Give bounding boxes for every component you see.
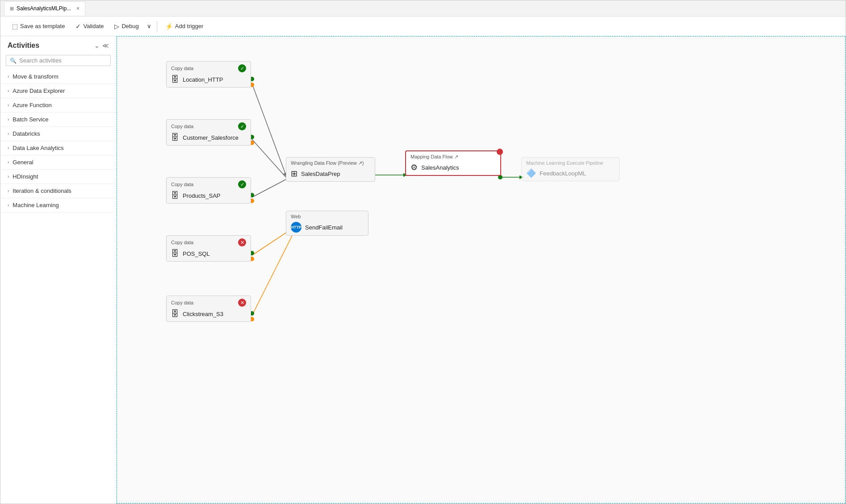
node-label-wrangling: SalesDataPrep	[301, 171, 340, 177]
dataflow-icon-mapping: ⚙	[410, 162, 418, 172]
node-sales-data-prep[interactable]: Wrangling Data Flow (Preview ↗) ⊞ SalesD…	[286, 157, 375, 182]
node-clickstream-s3[interactable]: Copy data ✕ 🗄 Clickstream_S3	[166, 296, 251, 322]
node-label-mapping: SalesAnalytics	[421, 164, 459, 171]
status-success-copy2: ✓	[238, 122, 246, 130]
main-content: Activities ⌄ ≪ 🔍 › Move & transform ›	[0, 36, 846, 504]
node-header-copy5: Copy data ✕	[171, 299, 246, 307]
connectors-svg	[117, 37, 845, 503]
trigger-icon: ⚡	[165, 23, 173, 30]
activity-group-iteration-conditionals[interactable]: › Iteration & conditionals	[0, 184, 116, 198]
group-label-hdinsight: HDInsight	[13, 173, 38, 180]
node-type-copy4: Copy data	[171, 240, 193, 245]
node-customer-salesforce[interactable]: Copy data ✓ 🗄 Customer_Salesforce	[166, 119, 251, 146]
chevron-right-icon: ›	[8, 88, 9, 93]
node-body-copy4: 🗄 POS_SQL	[171, 249, 246, 258]
node-location-http[interactable]: Copy data ✓ 🗄 Location_HTTP	[166, 61, 251, 87]
activity-group-machine-learning[interactable]: › Machine Learning	[0, 198, 116, 212]
svg-line-4	[252, 229, 296, 316]
chevron-right-icon: ›	[8, 174, 9, 179]
node-body-copy3: 🗄 Products_SAP	[171, 191, 246, 200]
node-pos-sql[interactable]: Copy data ✕ 🗄 POS_SQL	[166, 235, 251, 262]
node-sales-analytics[interactable]: Mapping Data Flow ↗ ⚙ SalesAnalytics	[405, 150, 501, 176]
chevron-right-icon: ›	[8, 74, 9, 79]
node-send-fail-email[interactable]: Web HTTP SendFailEmail	[286, 211, 369, 236]
toolbar-divider	[157, 21, 157, 32]
node-header-copy4: Copy data ✕	[171, 238, 246, 246]
sidebar-collapse-button[interactable]: ⌄	[94, 42, 100, 49]
node-label-copy2: Customer_Salesforce	[183, 134, 239, 141]
debug-button[interactable]: ▷ Debug	[110, 21, 143, 32]
node-products-sap[interactable]: Copy data ✓ 🗄 Products_SAP	[166, 177, 251, 204]
group-label-azure-function: Azure Function	[13, 102, 51, 108]
node-label-web: SendFailEmail	[305, 224, 343, 231]
search-input[interactable]	[19, 57, 107, 64]
http-icon: HTTP	[291, 222, 302, 233]
red-dot-indicator	[497, 149, 503, 155]
search-box: 🔍	[6, 55, 111, 66]
node-header-copy1: Copy data ✓	[171, 64, 246, 72]
node-type-copy1: Copy data	[171, 66, 193, 71]
group-label-iteration-conditionals: Iteration & conditionals	[13, 187, 71, 194]
tab-close-button[interactable]: ×	[76, 5, 80, 12]
debug-icon: ▷	[114, 23, 119, 30]
add-trigger-label: Add trigger	[175, 23, 204, 29]
pipeline-canvas[interactable]: Copy data ✓ 🗄 Location_HTTP Copy data ✓ …	[117, 36, 846, 504]
pipeline-tab[interactable]: ⊞ SalesAnalyticsMLPip... ×	[4, 1, 85, 16]
validate-icon: ✓	[75, 23, 81, 30]
node-type-copy3: Copy data	[171, 182, 193, 187]
sidebar-title: Activities	[8, 42, 39, 50]
sidebar: Activities ⌄ ≪ 🔍 › Move & transform ›	[0, 36, 117, 504]
chevron-right-icon: ›	[8, 146, 9, 150]
chevron-right-icon: ›	[8, 117, 9, 122]
debug-label: Debug	[121, 23, 138, 29]
node-header-wrangling: Wrangling Data Flow (Preview ↗)	[291, 160, 370, 166]
database-icon-copy3: 🗄	[171, 191, 179, 200]
group-label-machine-learning: Machine Learning	[13, 202, 59, 208]
activity-group-general[interactable]: › General	[0, 155, 116, 170]
toolbar: ⬚ Save as template ✓ Validate ▷ Debug ∨ …	[0, 17, 846, 36]
chevron-right-icon: ›	[8, 103, 9, 108]
node-body-web: HTTP SendFailEmail	[291, 222, 364, 233]
node-type-web: Web	[291, 214, 301, 219]
status-error-copy5: ✕	[238, 299, 246, 307]
activity-group-batch-service[interactable]: › Batch Service	[0, 112, 116, 127]
save-as-template-button[interactable]: ⬚ Save as template	[8, 21, 69, 32]
node-type-mapping: Mapping Data Flow ↗	[410, 154, 458, 160]
svg-line-2	[252, 179, 286, 197]
node-body-ml: 🔷 FeedbackLoopML	[526, 168, 615, 178]
activity-group-databricks[interactable]: › Databricks	[0, 127, 116, 141]
search-icon: 🔍	[10, 58, 17, 64]
node-body-copy5: 🗄 Clickstream_S3	[171, 309, 246, 319]
ml-icon: 🔷	[526, 168, 536, 178]
chevron-right-icon: ›	[8, 131, 9, 136]
node-label-copy5: Clickstream_S3	[183, 311, 223, 317]
group-label-general: General	[13, 159, 33, 166]
svg-line-1	[252, 139, 286, 177]
node-header-web: Web	[291, 214, 364, 219]
pipeline-tab-icon: ⊞	[10, 6, 14, 12]
activity-group-hdinsight[interactable]: › HDInsight	[0, 170, 116, 184]
activity-group-azure-function[interactable]: › Azure Function	[0, 98, 116, 112]
node-header-mapping: Mapping Data Flow ↗	[410, 154, 496, 160]
add-trigger-button[interactable]: ⚡ Add trigger	[161, 21, 208, 32]
status-success-copy1: ✓	[238, 64, 246, 72]
dataflow-icon-wrangling: ⊞	[291, 169, 297, 179]
node-body-copy1: 🗄 Location_HTTP	[171, 75, 246, 84]
status-success-copy3: ✓	[238, 180, 246, 188]
node-body-wrangling: ⊞ SalesDataPrep	[291, 169, 370, 179]
node-feedback-loop-ml[interactable]: Machine Learning Execute Pipeline 🔷 Feed…	[521, 157, 620, 181]
node-header-copy3: Copy data ✓	[171, 180, 246, 188]
validate-label: Validate	[83, 23, 104, 29]
svg-line-0	[252, 83, 286, 175]
group-label-batch-service: Batch Service	[13, 116, 48, 123]
status-error-copy4: ✕	[238, 238, 246, 246]
toolbar-dropdown-button[interactable]: ∨	[145, 21, 153, 32]
activity-group-azure-data-explorer[interactable]: › Azure Data Explorer	[0, 84, 116, 98]
sidebar-header: Activities ⌄ ≪	[0, 36, 116, 53]
activity-group-move-transform[interactable]: › Move & transform	[0, 70, 116, 84]
sidebar-hide-button[interactable]: ≪	[102, 42, 109, 49]
validate-button[interactable]: ✓ Validate	[71, 21, 108, 32]
node-label-copy3: Products_SAP	[183, 192, 221, 199]
activity-group-data-lake-analytics[interactable]: › Data Lake Analytics	[0, 141, 116, 155]
chevron-right-icon: ›	[8, 188, 9, 193]
